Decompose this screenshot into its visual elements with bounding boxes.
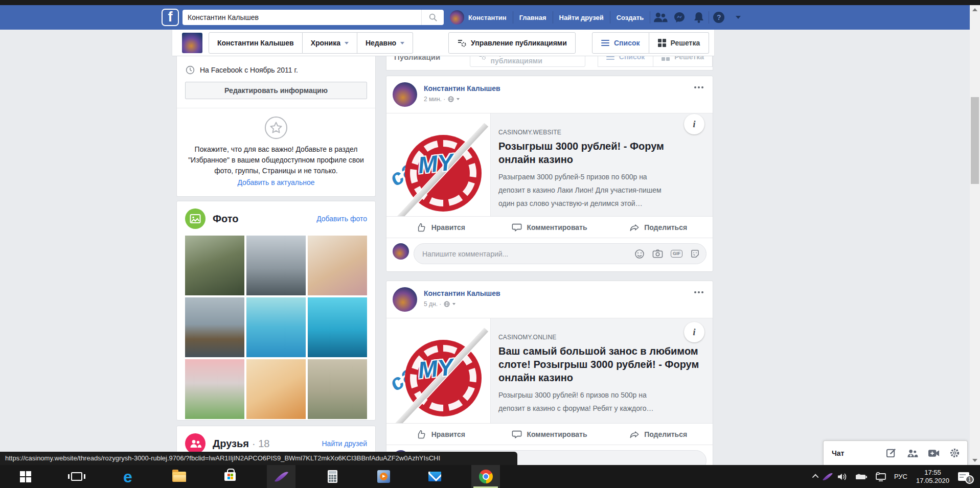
friends-title[interactable]: Друзья — [213, 438, 249, 450]
view-grid-button-ghost[interactable]: Решетка — [653, 56, 713, 67]
photo-thumbnail[interactable] — [308, 297, 367, 357]
edge-button[interactable] — [113, 465, 142, 488]
edit-info-button[interactable]: Редактировать информацию — [185, 82, 367, 99]
post-header: Константин Калышев 5 дн. · — [386, 281, 713, 318]
photo-thumbnail[interactable] — [185, 236, 244, 295]
language-indicator[interactable]: РУС — [891, 465, 911, 488]
battery-button[interactable] — [852, 465, 871, 488]
notifications-button[interactable] — [689, 5, 709, 30]
view-list-button[interactable]: Список — [592, 32, 649, 54]
find-friends-link[interactable]: Найти друзей — [322, 439, 367, 448]
toolbar-avatar[interactable] — [182, 33, 202, 53]
post-time[interactable]: 5 дн. · — [424, 300, 441, 308]
info-button[interactable]: i — [684, 322, 704, 342]
mail-button[interactable] — [420, 465, 449, 488]
info-button[interactable]: i — [684, 114, 704, 134]
gear-icon[interactable] — [949, 448, 960, 458]
link-attachment[interactable]: casino MY CASINOMY.ONLINE Ваш самый боль… — [386, 318, 713, 424]
gif-icon[interactable]: GIF — [671, 250, 682, 258]
microsoft-store-button[interactable] — [216, 465, 244, 488]
post-author-link[interactable]: Константин Калышев — [424, 84, 500, 92]
search-button[interactable] — [421, 10, 444, 25]
comment-button[interactable]: Комментировать — [495, 424, 604, 445]
chrome-button[interactable] — [471, 465, 500, 488]
profile-toolbar: Константин Калышев Хроника Недавно Управ — [0, 30, 970, 56]
feather-icon — [274, 469, 288, 484]
photo-thumbnail[interactable] — [246, 297, 306, 357]
view-grid-button[interactable]: Решетка — [649, 32, 710, 54]
add-featured-link[interactable]: Добавить в актуальное — [177, 178, 375, 187]
avatar[interactable] — [393, 287, 417, 312]
add-photo-link[interactable]: Добавить фото — [316, 215, 367, 223]
friend-requests-button[interactable] — [650, 5, 670, 30]
scrollbar[interactable] — [970, 5, 980, 465]
photo-thumbnail[interactable] — [246, 359, 306, 419]
link-attachment[interactable]: casino MY CASINOMY.WEBSITE Розыгрыш 3000… — [386, 113, 713, 217]
network-button[interactable] — [871, 465, 891, 488]
facebook-logo[interactable]: f — [162, 9, 179, 26]
help-button[interactable]: ? — [709, 5, 728, 30]
chevron-down-icon[interactable] — [457, 98, 460, 100]
chevron-down-icon[interactable] — [452, 303, 455, 305]
emoji-icon[interactable] — [634, 249, 645, 259]
photo-thumbnail[interactable] — [308, 236, 367, 295]
share-button[interactable]: Поделиться — [604, 217, 713, 238]
navbar-find-friends-link[interactable]: Найти друзей — [553, 14, 610, 21]
tab-sort-recent[interactable]: Недавно — [357, 32, 413, 54]
post-menu-button[interactable] — [691, 287, 706, 297]
navbar-profile-link[interactable]: Константин — [468, 14, 513, 21]
scroll-up-arrow[interactable] — [972, 8, 977, 11]
post-menu-button[interactable] — [691, 82, 706, 92]
post-author-link[interactable]: Константин Калышев — [424, 289, 500, 297]
photo-thumbnail[interactable] — [308, 359, 367, 419]
task-view-button[interactable] — [62, 465, 91, 488]
post-time[interactable]: 2 мин. · — [424, 96, 445, 103]
scrollbar-thumb[interactable] — [971, 97, 979, 184]
photo-thumbnail[interactable] — [185, 297, 244, 357]
navbar-avatar[interactable] — [450, 10, 464, 25]
avatar[interactable] — [393, 82, 417, 107]
comment-input[interactable] — [422, 250, 634, 258]
share-button[interactable]: Поделиться — [604, 424, 713, 445]
tab-timeline[interactable]: Хроника — [303, 32, 357, 54]
photo-editor-button[interactable] — [267, 465, 295, 488]
chevron-down-icon — [345, 42, 349, 44]
tray-expand-button[interactable] — [810, 465, 822, 488]
avatar[interactable] — [393, 243, 409, 260]
camera-icon[interactable] — [652, 249, 663, 259]
messenger-button[interactable] — [670, 5, 689, 30]
navbar-create-link[interactable]: Создать — [610, 14, 650, 21]
scroll-down-arrow[interactable] — [972, 459, 977, 462]
add-person-icon[interactable] — [906, 448, 918, 458]
tab-profile-name[interactable]: Константин Калышев — [209, 32, 303, 54]
link-domain: CASINOMY.WEBSITE — [498, 129, 703, 136]
manage-posts-button-ghost[interactable]: Управление публикациями — [470, 56, 585, 67]
like-button[interactable]: Нравится — [386, 217, 495, 238]
photo-thumbnail[interactable] — [185, 359, 244, 419]
media-player-button[interactable] — [369, 465, 398, 488]
chat-bar[interactable]: Чат — [823, 440, 968, 465]
view-list-button-ghost[interactable]: Список — [598, 56, 654, 67]
photo-thumbnail[interactable] — [246, 236, 306, 295]
like-button[interactable]: Нравится — [386, 424, 495, 445]
comment-button[interactable]: Комментировать — [495, 217, 604, 238]
photos-title[interactable]: Фото — [213, 213, 239, 225]
file-explorer-button[interactable] — [165, 465, 193, 488]
sticker-icon[interactable] — [690, 249, 700, 259]
tray-feather-app[interactable] — [822, 465, 833, 488]
video-call-icon[interactable] — [928, 449, 940, 458]
post-header-text: Константин Калышев 5 дн. · — [424, 287, 500, 312]
action-center-button[interactable]: 1 — [954, 465, 980, 488]
windows-icon — [20, 471, 31, 482]
post-meta: 5 дн. · — [424, 300, 500, 308]
view-toggle-ghost: Список Решетка — [598, 56, 713, 67]
volume-button[interactable] — [833, 465, 852, 488]
account-menu-button[interactable] — [728, 5, 748, 30]
navbar-home-link[interactable]: Главная — [513, 14, 553, 21]
clock[interactable]: 17:55 17.05.2020 — [911, 469, 954, 485]
search-input[interactable] — [183, 13, 421, 21]
calculator-button[interactable] — [318, 465, 347, 488]
manage-posts-button[interactable]: Управление публикациями — [448, 32, 576, 54]
new-message-icon[interactable] — [886, 448, 897, 458]
start-button[interactable] — [11, 465, 40, 488]
